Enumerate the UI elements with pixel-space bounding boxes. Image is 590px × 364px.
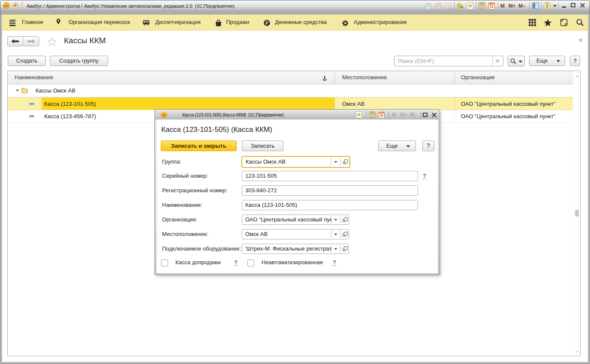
svg-text:1С: 1С — [4, 4, 9, 8]
svg-text:1С: 1С — [162, 113, 166, 117]
svg-text:31: 31 — [490, 4, 494, 9]
svg-text:31: 31 — [380, 113, 384, 117]
